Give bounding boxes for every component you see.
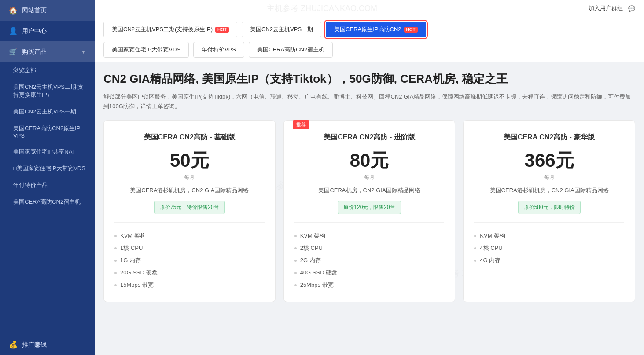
plan-advanced-network: 美国CERA机房，CN2 GIA国际精品网络 [294, 187, 445, 194]
plan-basic-network: 美国CERA洛杉矶机房，CN2 GIA国际精品网络 [114, 187, 265, 194]
plan-luxury-specs: KVM 架构 4核 CPU 4G 内存 [474, 222, 624, 267]
join-group-link[interactable]: 加入用户群组 [589, 4, 623, 12]
plan-luxury-period: 每月 [474, 174, 624, 181]
message-icon: 💬 [628, 5, 635, 12]
recommend-badge: 推荐 [293, 120, 309, 129]
nav-tab-home-vds[interactable]: 美国家宽住宅IP大带宽VDS [103, 42, 189, 58]
plan-basic-price: 50元 [114, 148, 265, 173]
sidebar-item-cn2-vps1[interactable]: 美国CN2云主机VPS一期 [0, 103, 95, 120]
spec-item: 2G 内存 [294, 254, 445, 267]
nav-tab-cera-host[interactable]: 美国CERA高防CN2宿主机 [249, 42, 333, 58]
topbar-watermark: 主机参考 ZHUJICANKAO.COM [267, 3, 377, 14]
topbar: 主机参考 ZHUJICANKAO.COM 加入用户群组 💬 [95, 0, 644, 17]
home-icon: 🏠 [9, 6, 18, 15]
spec-item: 20G SSD 硬盘 [114, 267, 265, 279]
user-icon: 👤 [9, 27, 18, 35]
hot-badge-cera: HOT [404, 27, 418, 33]
nav-tabs-area: 美国CN2云主机VPS二期(支持换原生IP) HOT 美国CN2云主机VPS一期… [95, 17, 644, 62]
cart-icon: 🛒 [9, 48, 18, 56]
chevron-down-icon: ▼ [81, 49, 86, 55]
sidebar-item-home-ip-vds[interactable]: □美国家宽住宅IP大带宽VDS [0, 160, 95, 177]
plan-card-luxury: 美国CERA CN2高防 - 豪华版 366元 每月 美国CERA洛杉矶机房，C… [463, 120, 635, 302]
sidebar-item-home-label: 网站首页 [22, 7, 47, 15]
spec-item: 4G 内存 [474, 254, 624, 267]
spec-item: KVM 架构 [294, 230, 445, 242]
sidebar-item-cera-host[interactable]: 美国CERA高防CN2宿主机 [0, 194, 95, 210]
plan-card-basic: 美国CERA CN2高防 - 基础版 50元 每月 美国CERA洛杉矶机房，CN… [103, 120, 276, 302]
plan-luxury-sale: 原价580元，限时特价 [518, 201, 581, 214]
plan-luxury-network: 美国CERA洛杉矶机房，CN2 GIA国际精品网络 [474, 187, 624, 194]
hot-badge-cn2vps2: HOT [215, 27, 229, 33]
spec-item: 40G SSD 硬盘 [294, 267, 445, 279]
sidebar-item-browse-all[interactable]: 浏览全部 [0, 62, 95, 79]
nav-tab-annual-vps[interactable]: 年付特价VPS [193, 42, 244, 58]
sidebar-item-affiliate[interactable]: 💰 推广赚钱 [0, 334, 95, 355]
spec-item: 25Mbps 带宽 [294, 279, 445, 291]
sidebar-item-cn2-vps2[interactable]: 美国CN2云主机VPS二期(支持更换原生IP) [0, 79, 95, 103]
spec-item: 1G 内存 [114, 254, 265, 267]
plan-basic-specs: KVM 架构 1核 CPU 1G 内存 20G SSD 硬盘 15Mbps 带宽 [114, 222, 265, 291]
sidebar-item-user-label: 用户中心 [22, 27, 47, 35]
plan-advanced-period: 每月 [294, 174, 445, 181]
sidebar-item-home-ip-nat[interactable]: 美国家宽住宅IP共享NAT [0, 143, 95, 160]
plan-basic-name: 美国CERA CN2高防 - 基础版 [114, 133, 265, 142]
spec-item: 1核 CPU [114, 242, 265, 254]
spec-item: KVM 架构 [474, 230, 624, 242]
sidebar-item-affiliate-label: 推广赚钱 [22, 341, 47, 349]
nav-tab-cn2-vps2[interactable]: 美国CN2云主机VPS二期(支持换原生IP) HOT [103, 22, 237, 37]
plan-advanced-sale: 原价120元，限售20台 [338, 201, 401, 214]
sidebar-item-cera-cn2[interactable]: 美国CERA高防CN2原生IP VPS [0, 120, 95, 143]
sidebar-item-buy[interactable]: 🛒 购买产品 ▼ [0, 41, 95, 62]
plan-luxury-price: 366元 [474, 148, 624, 173]
plan-luxury-name: 美国CERA CN2高防 - 豪华版 [474, 133, 624, 142]
plan-advanced-name: 美国CERA CN2高防 - 进阶版 [294, 133, 445, 142]
content-area: 主机参考 ZHUJICANKAO.COM 主机参考 ZHUJICANKAO.CO… [95, 62, 644, 355]
nav-tab-cn2-vps1[interactable]: 美国CN2云主机VPS一期 [242, 22, 321, 37]
sidebar-item-home[interactable]: 🏠 网站首页 [0, 0, 95, 21]
main-content: 主机参考 ZHUJICANKAO.COM 加入用户群组 💬 美国CN2云主机VP… [95, 0, 644, 355]
money-icon: 💰 [9, 340, 18, 349]
plan-basic-sale: 原价75元，特价限售20台 [154, 201, 225, 214]
sidebar-item-user[interactable]: 👤 用户中心 [0, 21, 95, 41]
plan-advanced-specs: KVM 架构 2核 CPU 2G 内存 40G SSD 硬盘 25Mbps 带宽 [294, 222, 445, 291]
page-title: CN2 GIA精品网络, 美国原生IP（支持Tiktok），50G防御, CER… [103, 71, 635, 87]
plan-advanced-price: 80元 [294, 148, 445, 173]
sidebar: 🏠 网站首页 👤 用户中心 🛒 购买产品 ▼ 浏览全部 美国CN2云主机VPS二… [0, 0, 95, 355]
plan-basic-period: 每月 [114, 174, 265, 181]
sidebar-item-annual-vps[interactable]: 年付特价产品 [0, 177, 95, 194]
nav-tab-cera-cn2[interactable]: 美国CERA原生IP高防CN2 HOT [326, 22, 426, 37]
plans-grid: 美国CERA CN2高防 - 基础版 50元 每月 美国CERA洛杉矶机房，CN… [103, 120, 635, 302]
page-description: 解锁部分美区IP锁区服务，美国原生IP(支持Tiktok)，六网（电信、联通、移… [103, 92, 635, 111]
spec-item: 4核 CPU [474, 242, 624, 254]
spec-item: 15Mbps 带宽 [114, 279, 265, 291]
spec-item: 2核 CPU [294, 242, 445, 254]
plan-card-advanced: 推荐 美国CERA CN2高防 - 进阶版 80元 每月 美国CERA机房，CN… [283, 120, 456, 302]
sidebar-item-buy-label: 购买产品 [22, 48, 47, 56]
spec-item: KVM 架构 [114, 230, 265, 242]
